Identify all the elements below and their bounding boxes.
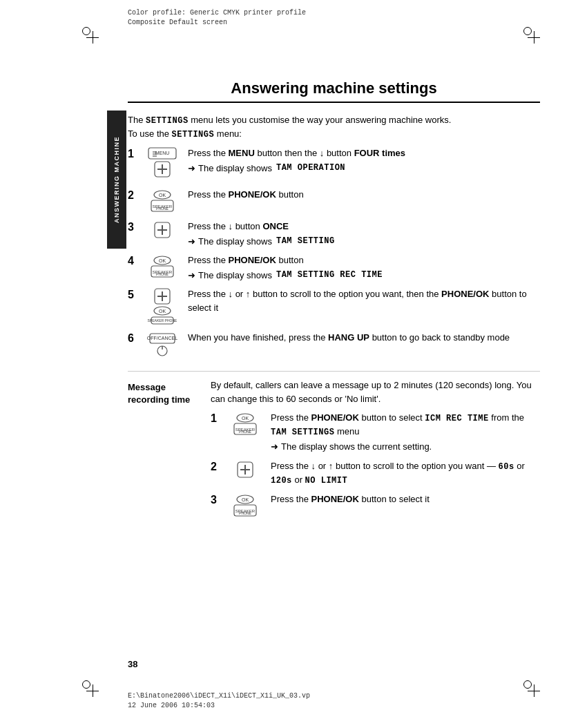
reg-mark-tr xyxy=(528,31,540,44)
svg-text:OK: OK xyxy=(241,497,248,502)
svg-text:PHONE: PHONE xyxy=(239,510,251,515)
svg-text:OK: OK xyxy=(158,193,165,198)
step-1-icon: MENU xyxy=(143,146,181,182)
svg-text:PHONE: PHONE xyxy=(156,272,168,276)
sub-section-recording: Message recording time By default, calle… xyxy=(128,379,540,524)
page-number: 38 xyxy=(128,659,137,669)
page-title: Answering machine settings xyxy=(128,79,540,103)
svg-text:PHONE: PHONE xyxy=(156,207,168,211)
step-5-icon: OK SPEAKER PHONE xyxy=(143,287,181,325)
sub-step-1-text: Press the PHONE/OK button to select ICM … xyxy=(271,411,540,454)
step-5: 5 OK SPEAKER PHONE Press the ↓ or ↑ butt… xyxy=(128,287,540,325)
step-6-icon: OFF/CANCEL xyxy=(143,331,181,357)
sub-step-2-number: 2 xyxy=(211,461,226,473)
step-4-text: Press the PHONE/OK button ➜ The display … xyxy=(188,253,540,282)
svg-text:OK: OK xyxy=(158,258,165,263)
step-3: 3 Press the ↓ button ONCE ➜ The display … xyxy=(128,220,540,248)
step-6-text: When you have finished, press the HANG U… xyxy=(188,331,540,345)
step-6-number: 6 xyxy=(128,332,143,345)
reg-mark-bl xyxy=(86,684,99,697)
sub-step-2-text: Press the ↓ or ↑ button to scroll to the… xyxy=(271,459,540,487)
sub-step-1-icon: OK SPEAKER PHONE xyxy=(226,411,264,437)
sub-step-3-text: Press the PHONE/OK button to select it xyxy=(271,492,540,506)
step-3-text: Press the ↓ button ONCE ➜ The display sh… xyxy=(188,220,540,248)
svg-text:OK: OK xyxy=(158,309,165,314)
steps-section: 1 MENU Press the MENU button then t xyxy=(128,146,540,372)
footer-info: E:\Binatone2006\iDECT_X1i\iDECT_X1i_UK_0… xyxy=(128,691,310,711)
sub-section-content: By default, callers can leave a message … xyxy=(211,379,540,524)
step-4-number: 4 xyxy=(128,255,143,267)
sub-step-3-icon: OK SPEAKER PHONE xyxy=(226,492,264,519)
step-4: 4 OK SPEAKER PHONE Press the PHONE/OK bu… xyxy=(128,253,540,282)
step-2-number: 2 xyxy=(128,189,143,202)
sub-section-label: Message recording time xyxy=(128,379,211,524)
intro-text: The SETTINGS menu lets you customise the… xyxy=(128,113,540,141)
sub-step-1: 1 OK SPEAKER PHONE Press the PHONE/OK bu… xyxy=(211,411,540,454)
sub-step-3: 3 OK SPEAKER PHONE Press the PHONE/OK bu… xyxy=(211,492,540,519)
svg-text:PHONE: PHONE xyxy=(239,430,251,434)
step-2-text: Press the PHONE/OK button xyxy=(188,188,540,202)
sub-section-intro: By default, callers can leave a message … xyxy=(211,379,540,405)
step-4-icon: OK SPEAKER PHONE xyxy=(143,253,181,280)
reg-mark-tl xyxy=(86,31,99,44)
sub-step-2: 2 Press the ↓ or ↑ button to scroll to t… xyxy=(211,459,540,487)
step-1: 1 MENU Press the MENU button then t xyxy=(128,146,540,182)
sub-step-1-number: 1 xyxy=(211,412,226,425)
sidebar-label: ANSWERING MACHINE xyxy=(113,136,120,223)
main-content: Answering machine settings The SETTINGS … xyxy=(128,79,540,652)
header-info: Color profile: Generic CMYK printer prof… xyxy=(128,8,306,28)
step-3-number: 3 xyxy=(128,221,143,233)
step-5-text: Press the ↓ or ↑ button to scroll to the… xyxy=(188,287,540,314)
step-1-number: 1 xyxy=(128,148,143,160)
svg-text:OK: OK xyxy=(241,416,248,421)
step-3-icon xyxy=(143,220,181,245)
svg-text:MENU: MENU xyxy=(155,151,169,155)
step-5-number: 5 xyxy=(128,289,143,301)
sidebar: ANSWERING MACHINE xyxy=(107,111,126,249)
sub-step-3-number: 3 xyxy=(211,494,226,506)
step-6: 6 OFF/CANCEL When you have finished, pre… xyxy=(128,331,540,357)
sub-step-2-icon xyxy=(226,459,264,484)
svg-text:SPEAKER PHONE: SPEAKER PHONE xyxy=(147,318,177,323)
reg-mark-br xyxy=(528,684,540,697)
svg-text:OFF/CANCEL: OFF/CANCEL xyxy=(146,336,177,341)
step-1-text: Press the MENU button then the ↓ button … xyxy=(188,146,540,175)
step-2: 2 OK SPEAKER PHONE Press the PHONE/OK bu… xyxy=(128,188,540,214)
step-2-icon: OK SPEAKER PHONE xyxy=(143,188,181,214)
